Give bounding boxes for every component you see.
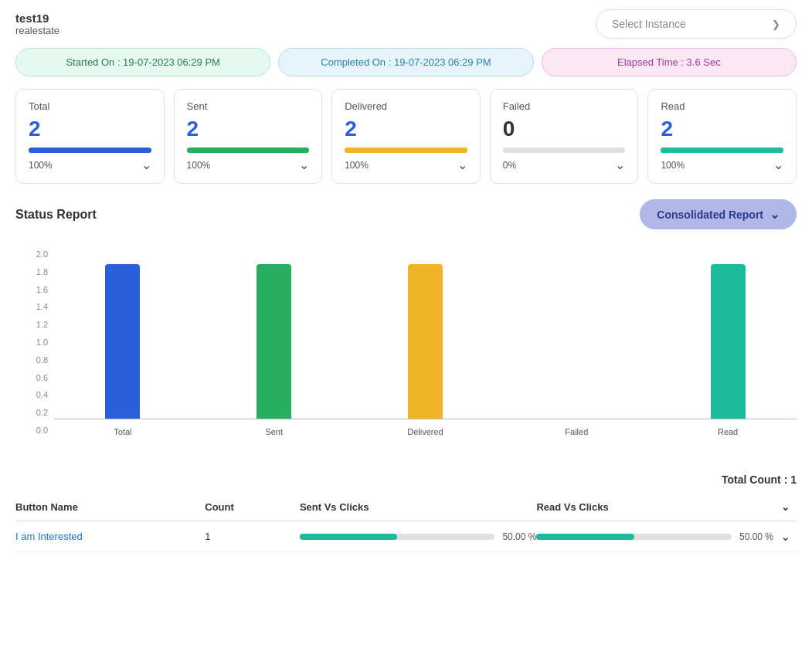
table-section: Total Count : 1 Button Name Count Sent V… <box>0 473 812 552</box>
metric-value: 2 <box>29 117 151 141</box>
bar-group-total <box>54 264 192 419</box>
progress-bar-fill <box>661 148 783 153</box>
sent-progress-bg <box>300 534 495 540</box>
y-axis-label: 0.4 <box>36 390 48 399</box>
bar-x-label: Delivered <box>357 424 494 436</box>
metric-label: Sent <box>187 100 310 112</box>
metric-percent: 100% <box>661 160 685 171</box>
status-bar: Started On : 19-07-2023 06:29 PM Complet… <box>0 48 812 89</box>
table-row: I am Interested 1 50.00 % 50.00 % ⌄ <box>15 521 797 552</box>
y-axis: 2.01.81.61.41.21.00.80.60.40.20.0 <box>15 242 54 435</box>
bar-x-label: Total <box>54 424 192 436</box>
metric-footer: 100% ⌄ <box>345 158 467 172</box>
started-pill: Started On : 19-07-2023 06:29 PM <box>15 48 270 76</box>
username: test19 <box>15 12 59 25</box>
metric-footer: 100% ⌄ <box>29 158 151 172</box>
y-axis-label: 0.2 <box>36 408 48 417</box>
metric-label: Total <box>29 100 151 112</box>
read-pct: 50.00 % <box>739 531 773 542</box>
completed-pill: Completed On : 19-07-2023 06:29 PM <box>278 48 533 76</box>
metric-card-failed: Failed 0 0% ⌄ <box>490 89 639 184</box>
elapsed-pill: Elapsed Time : 3.6 Sec <box>542 48 797 76</box>
total-count: Total Count : 1 <box>15 473 797 486</box>
sent-progress-fill <box>300 534 397 540</box>
download-icon[interactable]: ⌄ <box>141 158 151 172</box>
header-count: Count <box>205 501 300 513</box>
bar-read <box>711 264 746 419</box>
cell-button-name: I am Interested <box>15 531 205 542</box>
consolidated-report-button[interactable]: Consolidated Report ⌄ <box>640 199 797 229</box>
y-axis-label: 0.8 <box>36 355 48 365</box>
progress-bar-fill <box>29 148 151 153</box>
download-icon[interactable]: ⌄ <box>773 158 783 172</box>
progress-bar-bg <box>661 148 783 153</box>
chevron-down-icon: ❯ <box>772 19 780 30</box>
metric-label: Failed <box>503 100 626 112</box>
metric-percent: 100% <box>345 160 369 171</box>
report-section: Status Report Consolidated Report ⌄ 2.01… <box>0 199 812 473</box>
bar-group-read <box>659 264 797 419</box>
progress-bar-bg <box>187 148 310 153</box>
cell-count: 1 <box>205 531 300 542</box>
cell-read-vs-clicks: 50.00 % <box>536 531 773 542</box>
metric-value: 2 <box>187 117 310 141</box>
y-axis-label: 2.0 <box>36 249 48 259</box>
table-body: I am Interested 1 50.00 % 50.00 % ⌄ <box>15 521 797 552</box>
header-sent-vs-clicks: Sent Vs Clicks <box>300 501 537 513</box>
bar-group-sent <box>206 264 343 419</box>
header-download[interactable]: ⌄ <box>773 501 797 513</box>
report-header: Status Report Consolidated Report ⌄ <box>15 199 797 229</box>
bar-delivered <box>408 264 443 419</box>
metric-footer: 100% ⌄ <box>187 158 310 172</box>
read-progress-fill <box>536 534 634 540</box>
select-instance-dropdown[interactable]: Select Instance ❯ <box>596 9 797 39</box>
select-instance-wrapper: Select Instance ❯ <box>596 9 797 39</box>
bar-group-delivered <box>357 264 494 419</box>
y-axis-label: 1.2 <box>36 320 48 329</box>
download-icon[interactable]: ⌄ <box>615 158 625 172</box>
metric-card-sent: Sent 2 100% ⌄ <box>174 89 323 184</box>
y-axis-label: 1.6 <box>36 285 48 294</box>
subtitle: realestate <box>15 25 59 36</box>
progress-bar-fill <box>345 148 467 153</box>
section-title: Status Report <box>15 208 97 222</box>
chart-area: 2.01.81.61.41.21.00.80.60.40.20.0 TotalS… <box>15 242 797 466</box>
bar-x-label: Sent <box>206 424 343 436</box>
download-icon[interactable]: ⌄ <box>457 158 467 172</box>
metric-card-read: Read 2 100% ⌄ <box>647 89 797 184</box>
bar-total <box>105 264 140 419</box>
metric-percent: 0% <box>503 160 516 171</box>
metric-footer: 100% ⌄ <box>661 158 783 172</box>
y-axis-label: 1.0 <box>36 338 48 347</box>
bar-chart <box>54 242 797 419</box>
metric-value: 0 <box>503 117 626 141</box>
y-axis-label: 0.6 <box>36 373 48 382</box>
header: test19 realestate Select Instance ❯ <box>0 0 812 48</box>
metric-card-delivered: Delivered 2 100% ⌄ <box>331 89 481 184</box>
download-icon[interactable]: ⌄ <box>299 158 309 172</box>
metric-value: 2 <box>345 117 467 141</box>
sent-pct: 50.00 % <box>502 531 536 542</box>
x-axis-labels: TotalSentDeliveredFailedRead <box>54 419 797 436</box>
select-instance-placeholder: Select Instance <box>612 18 686 30</box>
progress-bar-fill <box>187 148 310 153</box>
bar-x-label: Read <box>659 424 797 436</box>
bar-x-label: Failed <box>508 424 645 436</box>
user-info: test19 realestate <box>15 12 59 36</box>
metric-percent: 100% <box>187 160 211 171</box>
metric-value: 2 <box>661 117 783 141</box>
cell-sent-vs-clicks: 50.00 % <box>300 531 537 542</box>
progress-bar-bg <box>29 148 151 153</box>
row-download-icon[interactable]: ⌄ <box>773 529 797 544</box>
header-button-name: Button Name <box>15 501 205 513</box>
started-label: Started On : 19-07-2023 06:29 PM <box>66 56 219 68</box>
header-read-vs-clicks: Read Vs Clicks <box>536 501 773 513</box>
download-icon: ⌄ <box>770 207 780 222</box>
read-progress-bg <box>536 534 732 540</box>
bar-sent <box>257 264 291 419</box>
table-header: Button Name Count Sent Vs Clicks Read Vs… <box>15 494 797 521</box>
completed-label: Completed On : 19-07-2023 06:29 PM <box>321 56 491 68</box>
y-axis-label: 0.0 <box>36 426 48 435</box>
metric-label: Delivered <box>345 100 467 112</box>
elapsed-label: Elapsed Time : 3.6 Sec <box>617 56 721 68</box>
